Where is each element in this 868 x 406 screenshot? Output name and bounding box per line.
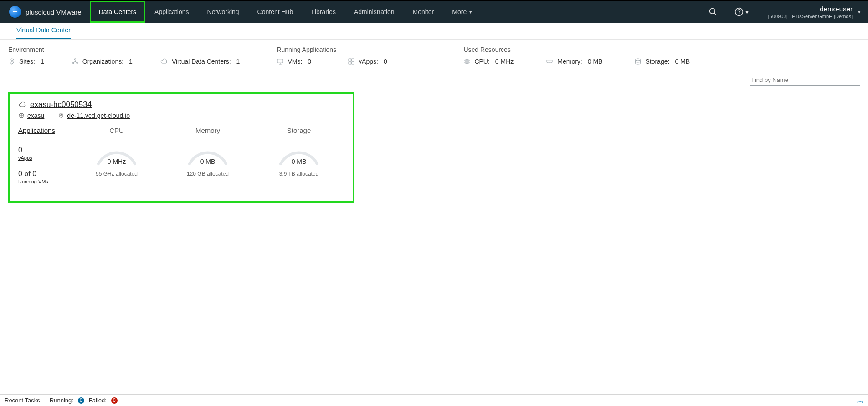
top-nav: pluscloud VMware Data Centers Applicatio… <box>0 0 868 23</box>
nav-items: Data Centers Applications Networking Con… <box>90 1 482 23</box>
svg-rect-12 <box>352 62 354 64</box>
nav-label: Data Centers <box>99 8 136 15</box>
vdc-name: exasu-bc0050534 <box>30 100 92 109</box>
help-button[interactable]: ▾ <box>734 7 749 16</box>
nav-networking[interactable]: Networking <box>198 1 248 23</box>
summary-used-resources: Used Resources CPU: 0 MHz Memory: 0 MB <box>463 44 708 67</box>
gauge-cpu: CPU 0 MHz 55 GHz allocated <box>71 127 162 193</box>
vapp-icon <box>348 58 355 65</box>
nav-label: Libraries <box>311 8 336 15</box>
vdc-org: exasu <box>27 112 44 119</box>
memory-icon <box>545 58 554 65</box>
nav-label: Applications <box>154 8 189 15</box>
stat-sites: Sites: 1 <box>8 58 44 65</box>
stat-vms: VMs: 0 <box>277 58 311 65</box>
brand[interactable]: pluscloud VMware <box>0 6 90 18</box>
nav-label: Networking <box>207 8 239 15</box>
chevron-down-icon: ▾ <box>858 9 861 15</box>
divider <box>755 5 755 18</box>
cloud-icon <box>160 58 168 65</box>
gauge-memory: Memory 0 MB 120 GB allocated <box>162 127 253 193</box>
running-vms-link[interactable]: 0 of 0 Running VMs <box>18 170 65 184</box>
vdc-site-link[interactable]: de-11.vcd.get-cloud.io <box>58 112 130 119</box>
svg-line-1 <box>714 13 717 15</box>
nav-data-centers[interactable]: Data Centers <box>90 1 145 23</box>
gauge-value: 0 MB <box>276 158 322 165</box>
user-org: [500903] - PlusServer GmbH [Demos] <box>768 14 853 19</box>
vm-icon <box>277 58 284 65</box>
gauge-value: 0 MB <box>185 158 231 165</box>
nav-label: More <box>452 8 467 15</box>
svg-rect-9 <box>349 59 351 61</box>
cloud-icon <box>18 101 26 108</box>
vdc-name-link[interactable]: exasu-bc0050534 <box>18 100 344 109</box>
nav-right: ▾ demo-user [500903] - PlusServer GmbH [… <box>705 1 868 23</box>
globe-icon <box>18 112 25 119</box>
pin-icon <box>58 112 64 119</box>
tab-virtual-data-center[interactable]: Virtual Data Center <box>16 23 71 39</box>
gauge-allocated: 55 GHz allocated <box>96 171 138 177</box>
brand-logo-icon <box>9 6 21 18</box>
svg-rect-11 <box>349 62 351 64</box>
vapps-link[interactable]: 0 vApps <box>18 146 65 161</box>
find-row <box>0 70 868 88</box>
stat-vapps: vApps: 0 <box>348 58 387 65</box>
vdc-org-link[interactable]: exasu <box>18 112 44 119</box>
pin-icon <box>8 58 15 65</box>
gauge-arc: 0 MB <box>185 139 231 166</box>
user-menu[interactable]: demo-user [500903] - PlusServer GmbH [De… <box>762 5 861 19</box>
svg-point-18 <box>61 114 62 116</box>
chevron-down-icon: ▾ <box>469 9 472 15</box>
svg-point-3 <box>739 14 739 14</box>
vdc-left-panel: Applications 0 vApps 0 of 0 Running VMs <box>18 127 71 193</box>
nav-applications[interactable]: Applications <box>145 1 198 23</box>
gauge-arc: 0 MHz <box>94 139 139 166</box>
nav-libraries[interactable]: Libraries <box>302 1 345 23</box>
nav-content-hub[interactable]: Content Hub <box>248 1 303 23</box>
user-name: demo-user <box>820 5 853 13</box>
nav-monitor[interactable]: Monitor <box>404 1 443 23</box>
stat-storage: Storage: 0 MB <box>634 58 690 65</box>
svg-rect-15 <box>547 60 552 62</box>
vapps-count: 0 <box>18 146 22 154</box>
stat-memory: Memory: 0 MB <box>545 58 602 65</box>
subtab-label: Virtual Data Center <box>16 26 71 34</box>
summary-title: Used Resources <box>463 46 690 53</box>
vdc-gauges: CPU 0 MHz 55 GHz allocated Memory 0 MB 1… <box>71 127 344 193</box>
svg-rect-14 <box>466 61 468 62</box>
summary-title: Running Applications <box>277 46 426 53</box>
summary-environment: Environment Sites: 1 Organizations: 1 <box>8 44 258 67</box>
chevron-down-icon: ▾ <box>745 8 749 15</box>
search-button[interactable] <box>705 4 721 20</box>
stat-cpu: CPU: 0 MHz <box>463 58 514 65</box>
stat-organizations: Organizations: 1 <box>72 58 133 65</box>
gauge-title: Storage <box>287 127 311 134</box>
svg-point-4 <box>11 60 12 61</box>
nav-label: Monitor <box>413 8 434 15</box>
find-by-name-input[interactable] <box>750 75 860 86</box>
running-vms-count: 0 of 0 <box>18 170 36 178</box>
running-vms-label: Running VMs <box>18 179 65 184</box>
search-icon <box>709 7 718 16</box>
org-icon <box>72 58 79 65</box>
nav-label: Content Hub <box>257 8 293 15</box>
svg-rect-8 <box>277 59 283 63</box>
gauge-arc: 0 MB <box>276 139 322 166</box>
summary-running-apps: Running Applications VMs: 0 vApps: 0 <box>277 44 445 67</box>
subtab-bar: Virtual Data Center <box>0 23 868 40</box>
gauge-title: Memory <box>195 127 220 134</box>
summary-title: Environment <box>8 46 240 53</box>
divider <box>728 5 728 18</box>
nav-label: Administration <box>354 8 395 15</box>
summary-strip: Environment Sites: 1 Organizations: 1 <box>0 40 868 70</box>
svg-point-16 <box>636 59 641 61</box>
storage-icon <box>634 58 642 65</box>
applications-link[interactable]: Applications <box>18 127 65 134</box>
nav-administration[interactable]: Administration <box>345 1 404 23</box>
vdc-card[interactable]: exasu-bc0050534 exasu de-11.vcd.get-clou… <box>8 92 354 203</box>
nav-more[interactable]: More ▾ <box>443 1 481 23</box>
svg-point-0 <box>709 9 715 14</box>
stat-vdcs: Virtual Data Centers: 1 <box>160 58 240 65</box>
svg-point-5 <box>74 59 76 60</box>
vdc-card-grid: exasu-bc0050534 exasu de-11.vcd.get-clou… <box>0 88 868 206</box>
